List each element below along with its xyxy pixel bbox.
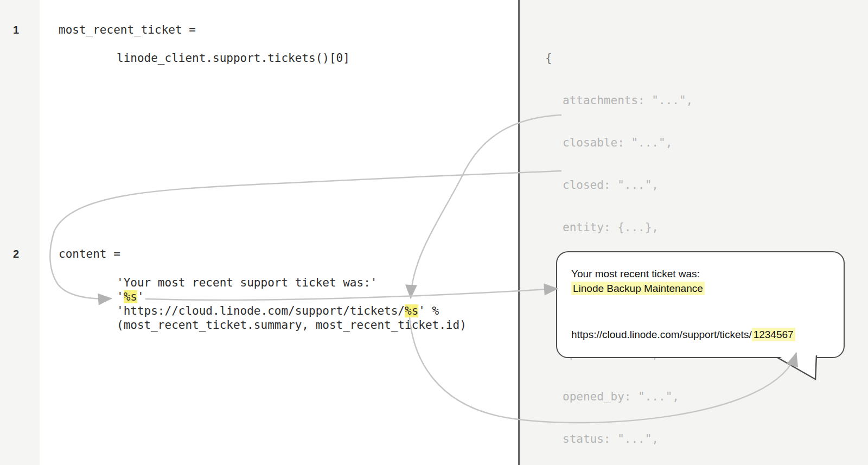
json-field-opened-by: opened_by: "...", — [545, 390, 816, 404]
output-summary-value: Linode Backup Maintenance — [571, 282, 705, 295]
line-number-2: 2 — [13, 247, 29, 261]
docs-diagram: 1 2 most_recent_ticket = linode_client.s… — [0, 0, 868, 465]
json-field-attachments: attachments: "...", — [545, 93, 816, 107]
json-field-status: status: "...", — [545, 432, 816, 446]
placeholder-id-token: %s — [405, 304, 418, 317]
code-line-string1: 'Your most recent support ticket was:' — [117, 276, 377, 290]
ticket-json-object: { attachments: "...", closable: "...", c… — [545, 23, 816, 465]
line-number-gutter: 1 2 — [0, 0, 40, 465]
code-line-content: content = — [59, 247, 120, 261]
output-speech-bubble: Your most recent ticket was:Linode Backu… — [556, 251, 845, 358]
output-intro-line: Your most recent ticket was:Linode Backu… — [571, 266, 844, 296]
json-field-closed: closed: "...", — [545, 178, 816, 192]
code-line-format-args: (most_recent_ticket.summary, most_recent… — [117, 318, 467, 332]
code-line-string2: '%s' — [117, 290, 144, 304]
output-ticket-id-value: 1234567 — [752, 328, 795, 341]
arrow-placeholder-to-output-summary — [145, 289, 558, 300]
json-field-closable: closable: "...", — [545, 136, 816, 150]
placeholder-summary-token: %s — [124, 290, 137, 303]
panel-divider — [518, 0, 520, 465]
code-line-assignment: most_recent_ticket = — [59, 23, 196, 37]
json-open-brace: { — [545, 51, 816, 65]
code-line-url-string: 'https://cloud.linode.com/support/ticket… — [117, 304, 439, 318]
code-line-tickets-call: linode_client.support.tickets()[0] — [117, 51, 350, 65]
output-url-line: https://cloud.linode.com/support/tickets… — [571, 327, 844, 342]
json-field-entity: entity: {...}, — [545, 220, 816, 234]
line-number-1: 1 — [13, 23, 29, 37]
